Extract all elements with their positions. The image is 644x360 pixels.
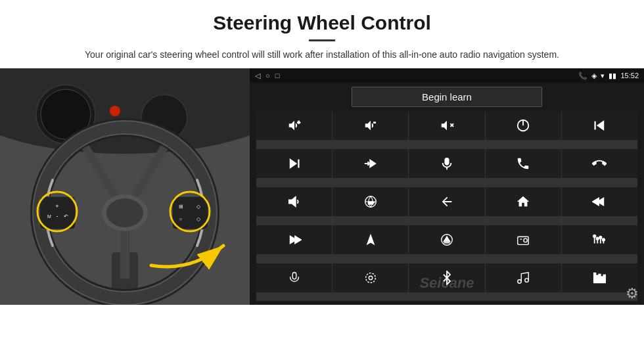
eject-button[interactable] [409,225,484,254]
control-icon-grid: + - [256,111,637,301]
svg-point-70 [518,280,522,284]
phone-status-icon: 📞 [578,72,587,80]
settings2-button[interactable] [333,263,408,292]
back-button[interactable] [409,187,484,216]
wifi-status-icon: ▾ [601,72,605,80]
begin-learn-row: Begin learn [250,83,644,111]
svg-point-71 [525,279,529,282]
svg-text:360°: 360° [368,202,375,205]
svg-text:M: M [47,214,51,219]
skip-forward-button[interactable] [256,225,332,254]
svg-rect-72 [594,273,596,283]
home-button[interactable] [486,187,561,216]
svg-point-68 [369,276,373,280]
svg-marker-34 [598,122,604,130]
page-title: Steering Wheel Control [39,12,605,34]
music-button[interactable] [486,263,561,292]
svg-rect-76 [604,275,606,282]
horn-button[interactable] [256,187,332,216]
mic-button[interactable] [409,149,484,178]
svg-rect-73 [597,275,599,282]
svg-point-5 [110,106,120,116]
svg-rect-20 [172,196,208,229]
begin-learn-button[interactable]: Begin learn [352,87,542,107]
svg-marker-44 [288,197,295,207]
radio-button[interactable] [486,225,561,254]
svg-text:◇: ◇ [196,204,201,210]
next-track-button[interactable] [256,149,332,178]
mute-button[interactable] [409,111,484,140]
svg-marker-51 [295,236,301,244]
svg-rect-42 [445,158,449,165]
skip-back-button[interactable] [562,187,637,216]
phone-button[interactable] [486,149,561,178]
svg-marker-36 [290,160,296,168]
subtitle: Your original car's steering wheel contr… [72,48,572,62]
steering-wheel-image: + M - ↶ ⊞ ◇ ○ ◇ [0,68,250,305]
svg-marker-54 [444,236,449,241]
svg-text:-: - [373,119,375,125]
hang-up-button[interactable] [562,149,637,178]
navigate-button[interactable] [333,225,408,254]
settings-gear-icon[interactable]: ⚙ [626,285,639,302]
device-screen: ◁ ○ □ 📞 ◈ ▾ ▮▮ 15:52 Begin learn [250,68,644,305]
status-info: 📞 ◈ ▾ ▮▮ 15:52 [578,72,639,80]
power-button[interactable] [486,111,561,140]
svg-point-69 [365,273,375,283]
svg-text:⊞: ⊞ [179,204,183,210]
svg-text:○: ○ [179,216,183,222]
svg-point-14 [106,198,143,227]
svg-marker-52 [366,234,375,245]
status-nav-icons: ◁ ○ □ [255,72,279,80]
status-bar: ◁ ○ □ 📞 ◈ ▾ ▮▮ 15:52 [250,68,644,83]
svg-text:-: - [57,213,58,219]
prev-track-button[interactable] [562,111,637,140]
svg-rect-75 [601,277,603,282]
title-divider [309,39,335,41]
page-container: Steering Wheel Control Your original car… [0,0,644,360]
svg-marker-41 [370,160,375,168]
360-button[interactable]: 360° [333,187,408,216]
mic2-button[interactable] [256,263,332,292]
recents-nav-icon[interactable]: □ [275,72,280,79]
svg-point-67 [603,238,605,241]
back-nav-icon[interactable]: ◁ [255,72,260,80]
equalizer-button[interactable] [562,225,637,254]
svg-point-65 [597,237,599,240]
battery-status-icon: ▮▮ [609,72,616,80]
svg-point-57 [524,238,528,242]
time-display: 15:52 [620,72,639,79]
bluetooth-button[interactable] [409,263,484,292]
svg-text:+: + [55,203,58,210]
location-status-icon: ◈ [591,72,597,80]
svg-point-66 [599,236,602,239]
svg-point-64 [593,235,596,238]
home-nav-icon[interactable]: ○ [265,72,270,79]
vol-down-button[interactable]: - [333,111,408,140]
svg-text:◇: ◇ [196,216,201,222]
content-section: + M - ↶ ⊞ ◇ ○ ◇ [0,68,644,360]
fast-forward-button[interactable] [333,149,408,178]
svg-text:+: + [297,120,300,125]
header-section: Steering Wheel Control Your original car… [0,0,644,68]
svg-rect-74 [599,275,601,283]
svg-text:↶: ↶ [64,214,68,219]
vol-up-button[interactable]: + [256,111,332,140]
steering-wheel-svg: + M - ↶ ⊞ ◇ ○ ◇ [0,68,250,305]
svg-marker-49 [593,198,599,206]
